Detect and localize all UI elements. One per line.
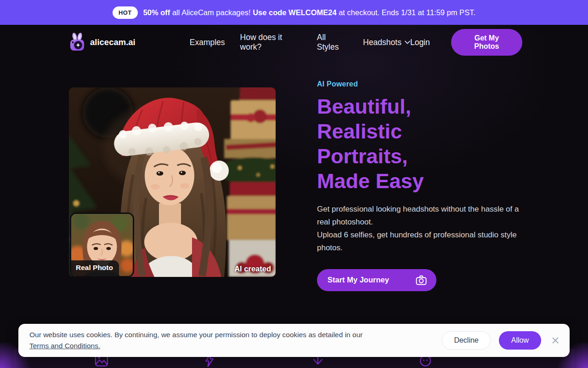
promo-discount: 50% off [143, 8, 170, 17]
close-icon[interactable] [551, 336, 560, 345]
cookie-banner: Our website uses cookies. By continuing,… [18, 324, 570, 357]
hero-description: Get professional looking headshots witho… [317, 203, 523, 254]
nav-item-examples[interactable]: Examples [190, 33, 225, 52]
hero-description-line-2: Upload 6 selfies, get hundreds of profes… [317, 229, 523, 254]
start-my-journey-button[interactable]: Start My Journey [317, 269, 436, 291]
nav-item-all-styles[interactable]: All Styles [317, 33, 348, 52]
nav-item-how-it-works[interactable]: How does it work? [240, 33, 302, 52]
decline-button[interactable]: Decline [442, 331, 490, 350]
promo-text-1: all AliceCam packages! [170, 8, 253, 17]
real-photo-inset: Real Photo [70, 213, 134, 277]
hero-image-card: AI created [69, 87, 276, 277]
nav-right: Login Get My Photos [410, 29, 522, 56]
brand-name: alicecam.ai [90, 37, 136, 47]
hero-copy: AI Powered Beautiful, Realistic Portrait… [317, 80, 523, 291]
cookie-message: Our website uses cookies. By continuing,… [29, 329, 442, 351]
headline-line-3: Portraits, [317, 144, 523, 169]
get-my-photos-button[interactable]: Get My Photos [451, 29, 522, 56]
headline-line-4: Made Easy [317, 169, 523, 194]
real-photo-label: Real Photo [71, 260, 119, 276]
headline-line-1: Beautiful, [317, 94, 523, 119]
nav-item-headshots[interactable]: Headshots [363, 33, 410, 52]
promo-text: 50% off all AliceCam packages! Use code … [143, 8, 475, 17]
terms-and-conditions-link[interactable]: Terms and Conditions. [29, 342, 100, 350]
promo-code: Use code WELCOME24 [253, 8, 336, 17]
cookie-message-text: Our website uses cookies. By continuing,… [29, 329, 442, 340]
hero-eyebrow: AI Powered [317, 80, 523, 88]
ai-created-label: AI created [234, 264, 271, 273]
bunny-camera-logo-icon [69, 33, 85, 52]
promo-banner: HOT 50% off all AliceCam packages! Use c… [0, 0, 588, 25]
promo-text-2: at checkout. Ends 1/31 at 11:59 pm PST. [337, 8, 475, 17]
allow-button[interactable]: Allow [499, 331, 541, 350]
nav-item-headshots-label: Headshots [363, 38, 401, 47]
hero-description-line-1: Get professional looking headshots witho… [317, 203, 523, 229]
camera-icon [415, 275, 427, 286]
navbar: alicecam.ai Examples How does it work? A… [0, 25, 588, 60]
hero-headline: Beautiful, Realistic Portraits, Made Eas… [317, 94, 523, 194]
hot-badge: HOT [113, 6, 138, 19]
nav-menu: Examples How does it work? All Styles He… [190, 33, 410, 52]
login-link[interactable]: Login [410, 38, 430, 47]
headline-line-2: Realistic [317, 119, 523, 144]
chevron-down-icon [405, 40, 410, 44]
brand-logo-link[interactable]: alicecam.ai [69, 33, 136, 52]
start-my-journey-label: Start My Journey [328, 276, 389, 284]
